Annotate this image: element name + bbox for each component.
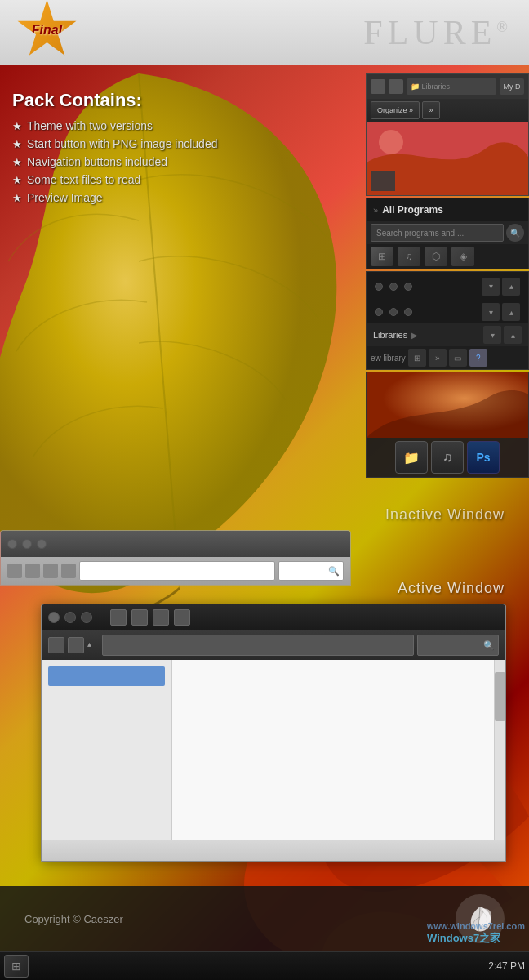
panel3-split-view[interactable]: ▭ (449, 349, 467, 367)
win-close-active[interactable] (48, 612, 60, 623)
inactive-window-label: Inactive Window (0, 506, 529, 523)
inactive-window-section: Inactive Window 🔍 (0, 506, 529, 586)
search-icon-inactive: 🔍 (328, 566, 340, 577)
top-bar: Final FLURE® (0, 0, 529, 65)
panel-libraries: ▾ ▴ ▾ ▴ Libraries ▶ ▾ ▴ ew library ⊞ » (366, 271, 529, 370)
final-badge: Final (16, 0, 82, 65)
dot-2 (389, 283, 398, 291)
app-icon-4[interactable]: ◈ (451, 247, 474, 266)
search-submit-btn[interactable]: 🔍 (506, 224, 524, 242)
lib-up[interactable]: ▴ (504, 326, 522, 344)
dock-btn-folder[interactable]: 📁 (395, 441, 428, 474)
forward-btn[interactable]: » (422, 101, 440, 119)
active-up-btn[interactable] (174, 609, 190, 626)
grid-view-btn[interactable]: ⊞ (408, 349, 426, 367)
panel3-fwd[interactable]: » (429, 349, 447, 367)
panel1-path: 📁 Libraries (407, 78, 496, 95)
dock-btn-ps[interactable]: Ps (467, 441, 500, 474)
pack-item-text-2: Start button with PNG image included (27, 137, 217, 150)
pack-item-text-4: Some text files to read (27, 173, 140, 186)
pack-title: Pack Contains: (12, 90, 217, 111)
panel1-titlebar: 📁 Libraries My D (367, 74, 528, 99)
active-window-label: Active Window (41, 580, 529, 597)
panel1-icon1 (371, 79, 385, 94)
active-statusbar (42, 840, 505, 861)
clock-time: 2:47 PM (488, 960, 525, 972)
lib-dropdown[interactable]: ▾ (483, 326, 501, 344)
search-programs-input[interactable]: Search programs and ... (371, 224, 504, 242)
scrollbar-thumb[interactable] (495, 672, 505, 721)
app-icon-1[interactable]: ⊞ (371, 247, 393, 266)
inactive-dropdown[interactable] (43, 564, 58, 578)
active-fwd-btn[interactable] (131, 609, 148, 626)
panel3-up[interactable]: ▴ (502, 278, 520, 296)
active-titlebar (42, 604, 505, 630)
double-arrow-icon: » (373, 205, 378, 215)
system-tray: 2:47 PM (488, 960, 525, 972)
badge-label: Final (32, 23, 62, 38)
inactive-back-btn[interactable] (7, 564, 22, 578)
active-address-bar[interactable] (102, 635, 414, 656)
pack-item-text-3: Navigation buttons included (27, 155, 167, 168)
panel1-mybtn: My D (500, 78, 524, 95)
inactive-window-frame: 🔍 (0, 530, 351, 586)
panel3-dots-row: ▾ ▴ (367, 272, 528, 301)
panel1-path-text: 📁 Libraries (411, 82, 450, 91)
selected-sidebar-item[interactable] (48, 666, 165, 686)
dock-btn-music[interactable]: ♫ (431, 441, 464, 474)
inactive-search-bar[interactable]: 🔍 (278, 561, 344, 581)
active-window-content (42, 660, 505, 840)
inactive-fwd-btn[interactable] (25, 564, 40, 578)
active-search-bar[interactable]: 🔍 (417, 635, 499, 656)
active-back-btn[interactable] (110, 609, 127, 626)
watermark: www.windows7rel.com Windows7之家 (427, 921, 525, 946)
win-close-inactive[interactable] (7, 539, 17, 549)
panel2-search-bar[interactable]: Search programs and ... 🔍 (367, 221, 528, 244)
dot-3 (404, 283, 412, 291)
badge-star: Final (16, 0, 78, 61)
panel3-row2: ▾ ▴ (367, 301, 528, 323)
dot-1 (375, 283, 383, 291)
logo-text: FLURE® (363, 13, 513, 52)
active-toolbar-btn1[interactable] (48, 637, 64, 653)
panel3-dropdown[interactable]: ▾ (482, 278, 500, 296)
organize-btn[interactable]: Organize » (371, 101, 420, 119)
copyright-text: Copyright © Caeszer (24, 913, 123, 925)
panel3-dropdown2[interactable]: ▾ (482, 303, 500, 321)
libraries-arrow: ▶ (411, 331, 418, 340)
panel3-help[interactable]: ? (469, 349, 487, 367)
app-icon-3[interactable]: ⬡ (425, 247, 447, 266)
active-toolbar-btn3[interactable]: ▴ (87, 639, 99, 651)
win-min-active[interactable] (64, 612, 76, 623)
logo-symbol: ® (496, 19, 513, 35)
scrollbar[interactable] (494, 660, 505, 840)
app-icon-2[interactable]: ♫ (398, 247, 420, 266)
panel4-dock-bar: 📁 ♫ Ps (367, 438, 528, 477)
panel-file-explorer: 📁 Libraries My D Organize » » (366, 74, 529, 196)
active-dropdown[interactable] (153, 609, 169, 626)
panel2-header: » All Programs (367, 198, 528, 221)
inactive-up-btn[interactable] (61, 564, 76, 578)
active-window-section: Active Window ▴ 🔍 (41, 580, 529, 862)
inactive-address-bar[interactable] (79, 561, 275, 581)
start-button[interactable]: ⊞ (4, 955, 29, 978)
pack-item-text-1: Theme with two versions (27, 119, 153, 132)
svg-rect-2 (371, 171, 395, 191)
pack-item-3: ★ Navigation buttons included (12, 155, 217, 168)
star-icon-3: ★ (12, 156, 22, 168)
win-max-active[interactable] (81, 612, 92, 623)
logo-name: FLURE (363, 14, 496, 51)
win-max-inactive[interactable] (37, 539, 47, 549)
panel1-icon2 (389, 79, 403, 94)
pack-item-1: ★ Theme with two versions (12, 119, 217, 132)
panel3-libraries-row: Libraries ▶ ▾ ▴ (367, 323, 528, 346)
dot-6 (404, 308, 412, 316)
all-programs-label: All Programs (382, 204, 443, 216)
star-icon-2: ★ (12, 138, 22, 150)
watermark-line2: Windows7之家 (427, 931, 525, 946)
win-min-inactive[interactable] (22, 539, 32, 549)
active-toolbar-btn2[interactable] (68, 637, 84, 653)
libraries-label: Libraries (373, 330, 407, 340)
panel3-up2[interactable]: ▴ (502, 303, 520, 321)
active-toolbar: ▴ 🔍 (42, 630, 505, 660)
